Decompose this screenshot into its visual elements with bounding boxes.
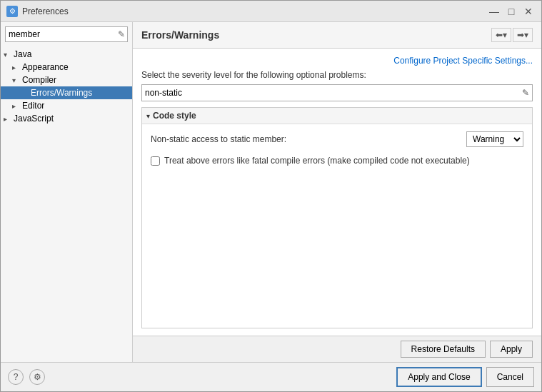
help-icon[interactable]: ? — [8, 369, 24, 385]
settings-icon[interactable]: ⚙ — [29, 369, 45, 385]
configure-project-link[interactable]: Configure Project Specific Settings... — [393, 56, 533, 66]
footer: ? ⚙ Apply and Close Cancel — [1, 362, 541, 391]
tree-arrow-editor: ▸ — [12, 102, 22, 110]
nav-buttons: ⬅▾ ➡▾ — [491, 28, 533, 42]
nav-forward-button[interactable]: ➡▾ — [513, 28, 533, 42]
title-bar: ⚙ Preferences — □ ✕ — [1, 1, 541, 22]
sidebar-item-errors-warnings[interactable]: Errors/Warnings — [1, 86, 132, 99]
panel-body: Configure Project Specific Settings... S… — [133, 49, 541, 336]
tree-arrow-java: ▾ — [4, 51, 14, 59]
sidebar-item-compiler[interactable]: ▾ Compiler — [1, 74, 132, 86]
right-panel: Errors/Warnings ⬅▾ ➡▾ Configure Project … — [133, 22, 541, 362]
options-scrollarea[interactable]: ▾ Code style Non-static access to static… — [142, 108, 532, 328]
severity-label: Select the severity level for the follow… — [141, 70, 533, 80]
option-label-nonstatic: Non-static access to static member: — [151, 134, 466, 144]
maximize-button[interactable]: □ — [504, 4, 518, 19]
apply-button[interactable]: Apply — [490, 341, 533, 358]
options-panel: ▾ Code style Non-static access to static… — [141, 107, 533, 328]
sidebar-item-label-errors-warnings: Errors/Warnings — [31, 88, 92, 98]
filter-input-row: ✎ — [141, 84, 533, 101]
window-title: Preferences — [22, 6, 487, 16]
configure-link: Configure Project Specific Settings... — [141, 56, 533, 66]
search-clear-button[interactable]: ✎ — [116, 29, 126, 39]
tree-arrow-appearance: ▸ — [12, 64, 22, 71]
sidebar-item-appearance[interactable]: ▸ Appearance — [1, 61, 132, 74]
sidebar-item-label-javascript: JavaScript — [14, 114, 54, 124]
bottom-bar: Restore Defaults Apply — [133, 336, 541, 362]
close-button[interactable]: ✕ — [521, 4, 536, 19]
app-icon: ⚙ — [6, 6, 18, 17]
footer-right: Apply and Close Cancel — [51, 367, 534, 387]
tree-arrow-compiler: ▾ — [12, 76, 22, 84]
fatal-compile-errors-row: Treat above errors like fatal compile er… — [151, 150, 523, 169]
search-box: ✎ — [5, 26, 128, 42]
filter-input[interactable] — [142, 85, 519, 101]
window-controls: — □ ✕ — [487, 4, 536, 19]
tree-arrow-javascript: ▸ — [4, 115, 14, 123]
fatal-compile-label: Treat above errors like fatal compile er… — [164, 156, 470, 166]
code-style-section-header[interactable]: ▾ Code style — [142, 108, 532, 124]
tree-view: ▾ Java ▸ Appearance ▾ Compiler Errors/Wa… — [1, 46, 132, 362]
sidebar-item-label-editor: Editor — [22, 101, 44, 111]
sidebar-item-javascript[interactable]: ▸ JavaScript — [1, 112, 132, 125]
footer-left: ? ⚙ — [8, 369, 45, 385]
preferences-window: ⚙ Preferences — □ ✕ ✎ ▾ Java ▸ Appear — [0, 0, 542, 392]
code-style-section-content: Non-static access to static member: Igno… — [142, 124, 532, 173]
filter-clear-button[interactable]: ✎ — [519, 88, 532, 98]
sidebar-item-label-java: Java — [14, 49, 31, 59]
panel-header: Errors/Warnings ⬅▾ ➡▾ — [133, 22, 541, 49]
minimize-button[interactable]: — — [487, 4, 501, 19]
panel-title: Errors/Warnings — [141, 29, 491, 41]
search-input[interactable] — [5, 26, 128, 42]
code-style-title: Code style — [153, 111, 196, 121]
sidebar-item-java[interactable]: ▾ Java — [1, 48, 132, 61]
apply-and-close-button[interactable]: Apply and Close — [396, 367, 481, 387]
restore-defaults-button[interactable]: Restore Defaults — [401, 341, 486, 358]
fatal-compile-checkbox[interactable] — [151, 156, 160, 166]
sidebar: ✎ ▾ Java ▸ Appearance ▾ Compiler Errors/… — [1, 22, 133, 362]
option-row-nonstatic: Non-static access to static member: Igno… — [151, 129, 523, 150]
nav-back-button[interactable]: ⬅▾ — [491, 28, 511, 42]
code-style-arrow: ▾ — [146, 112, 150, 120]
main-content: ✎ ▾ Java ▸ Appearance ▾ Compiler Errors/… — [1, 22, 541, 362]
sidebar-item-label-appearance: Appearance — [22, 62, 69, 72]
sidebar-item-label-compiler: Compiler — [22, 75, 56, 85]
cancel-button[interactable]: Cancel — [486, 367, 534, 387]
severity-select-nonstatic[interactable]: Ignore Info Warning Error — [466, 131, 523, 147]
sidebar-item-editor[interactable]: ▸ Editor — [1, 99, 132, 112]
